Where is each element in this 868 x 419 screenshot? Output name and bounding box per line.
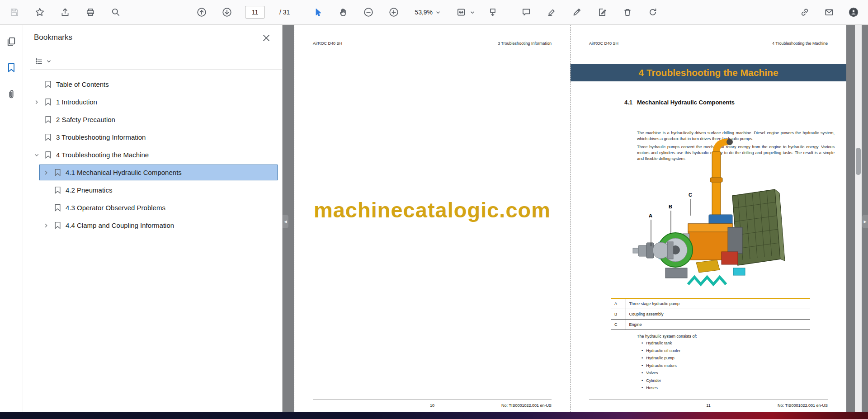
bookmarks-options-button[interactable] bbox=[33, 55, 53, 67]
next-page-button[interactable] bbox=[220, 5, 234, 19]
delete-button[interactable] bbox=[620, 5, 635, 19]
bookmark-item-troubleshooting-the-machine[interactable]: 4 Troubleshooting the Machine bbox=[23, 146, 282, 164]
bookmark-icon bbox=[44, 98, 52, 106]
page-thumbnails-button[interactable] bbox=[1, 32, 21, 52]
triangle-right-icon: ▶ bbox=[863, 220, 866, 224]
bookmarks-panel-title: Bookmarks bbox=[34, 33, 72, 42]
bookmark-item-troubleshooting-information[interactable]: 3 Troubleshooting Information bbox=[23, 128, 282, 146]
engine-diagram: A B C bbox=[620, 138, 819, 296]
previous-page-button[interactable] bbox=[194, 5, 209, 19]
bookmark-item-operator-observed-problems[interactable]: 4.3 Operator Observed Problems bbox=[23, 199, 282, 217]
favorites-button[interactable] bbox=[33, 5, 47, 19]
bookmark-item-pneumatics[interactable]: 4.2 Pneumatics bbox=[23, 181, 282, 199]
arrow-up-circle-icon bbox=[197, 7, 207, 17]
bookmark-icon bbox=[54, 186, 61, 194]
list-intro: The hydraulic system consists of: bbox=[637, 334, 697, 339]
taskbar-edge-strip bbox=[0, 412, 868, 419]
zoom-out-button[interactable] bbox=[361, 5, 376, 19]
collapse-left-panel-handle[interactable]: ◀ bbox=[283, 215, 288, 228]
document-number: No: TIS0001022.001 en-US bbox=[778, 403, 828, 408]
fit-width-icon bbox=[456, 7, 466, 17]
document-pen-icon bbox=[597, 7, 607, 17]
find-button[interactable] bbox=[108, 5, 123, 19]
cursor-icon bbox=[313, 7, 323, 17]
hand-tool-button[interactable] bbox=[336, 5, 350, 19]
bookmark-item-table-of-contents[interactable]: Table of Contents bbox=[23, 75, 282, 93]
expand-chevron[interactable] bbox=[42, 222, 50, 229]
comment-button[interactable] bbox=[519, 5, 533, 19]
diagram-label-b: B bbox=[669, 204, 672, 209]
arrow-down-circle-icon bbox=[222, 7, 232, 17]
vertical-scrollbar[interactable] bbox=[855, 25, 862, 412]
collapse-chevron[interactable] bbox=[33, 151, 40, 159]
section-number: 4.1 bbox=[624, 99, 632, 106]
bookmark-item-clamp-and-coupling-information[interactable]: 4.4 Clamp and Coupling Information bbox=[23, 217, 282, 234]
bookmark-label: Table of Contents bbox=[56, 80, 109, 88]
envelope-icon bbox=[824, 7, 834, 17]
page-number: 10 bbox=[430, 403, 434, 408]
fountain-pen-icon bbox=[572, 7, 582, 17]
page-footer: 11 No: TIS0001022.001 en-US bbox=[589, 400, 828, 412]
save-icon bbox=[9, 7, 19, 17]
bookmark-item-safety-precaution[interactable]: 2 Safety Precaution bbox=[23, 111, 282, 128]
options-list-icon bbox=[35, 57, 43, 66]
bookmark-item-introduction[interactable]: 1 Introduction bbox=[23, 93, 282, 111]
link-icon bbox=[800, 7, 810, 17]
chevron-right-icon bbox=[34, 99, 39, 105]
share-upload-button[interactable] bbox=[58, 5, 72, 19]
chevron-down-icon bbox=[470, 11, 475, 14]
list-item: Cylinder bbox=[642, 378, 680, 383]
page-display-button[interactable] bbox=[486, 5, 500, 19]
scrollbar-thumb[interactable] bbox=[856, 148, 861, 175]
fill-sign-button[interactable] bbox=[595, 5, 609, 19]
table-row: B Coupling assembly bbox=[611, 309, 810, 320]
bookmark-label: 3 Troubleshooting Information bbox=[56, 133, 146, 141]
list-item: Hoses bbox=[642, 386, 680, 390]
bookmark-item-mechanical-hydraulic-components[interactable]: 4.1 Mechanical Hydraulic Components bbox=[23, 164, 282, 181]
account-button[interactable] bbox=[846, 5, 861, 19]
expand-chevron[interactable] bbox=[33, 99, 40, 106]
fit-width-button[interactable] bbox=[454, 5, 468, 19]
chapter-title-banner: 4 Troubleshooting the Machine bbox=[571, 64, 846, 81]
expand-right-panel-handle[interactable]: ▶ bbox=[862, 215, 868, 228]
save-button[interactable] bbox=[7, 5, 22, 19]
zoom-in-button[interactable] bbox=[387, 5, 401, 19]
bookmarks-tree: Table of Contents 1 Introduction 2 Safet… bbox=[23, 75, 282, 234]
legend-value: Coupling assembly bbox=[626, 309, 810, 320]
share-link-button[interactable] bbox=[797, 5, 812, 19]
bookmarks-button[interactable] bbox=[1, 58, 21, 78]
print-button[interactable] bbox=[83, 5, 98, 19]
highlight-button[interactable] bbox=[544, 5, 559, 19]
account-tools-group bbox=[797, 5, 861, 19]
redo-button[interactable] bbox=[646, 5, 660, 19]
document-viewport[interactable]: AirROC D40 SH 3 Troubleshooting Informat… bbox=[283, 25, 868, 412]
bookmarks-panel-close-button[interactable] bbox=[260, 32, 272, 44]
list-item: Valves bbox=[642, 371, 680, 375]
expand-chevron[interactable] bbox=[42, 169, 50, 176]
table-row: A Three stage hydraulic pump bbox=[611, 298, 810, 309]
list-item: Hydraulic oil cooler bbox=[642, 348, 680, 353]
email-button[interactable] bbox=[822, 5, 836, 19]
sign-button[interactable] bbox=[570, 5, 584, 19]
print-icon bbox=[85, 7, 95, 17]
page-footer: 10 No: TIS0001022.001 en-US bbox=[313, 400, 552, 412]
page-count-label: / 31 bbox=[279, 9, 290, 16]
bookmark-icon bbox=[54, 221, 61, 229]
chevron-spacer bbox=[33, 81, 40, 88]
chevron-spacer bbox=[33, 134, 40, 141]
search-icon bbox=[111, 7, 121, 17]
bookmark-icon bbox=[54, 204, 61, 212]
select-tool-button[interactable] bbox=[311, 5, 325, 19]
list-item: Hydraulic pump bbox=[642, 356, 680, 360]
attachments-button[interactable] bbox=[1, 84, 21, 104]
zoom-level-value: 53,9% bbox=[415, 9, 433, 16]
triangle-left-icon: ◀ bbox=[284, 220, 287, 224]
fit-width-control bbox=[454, 5, 475, 19]
panel-divider bbox=[30, 69, 282, 70]
zoom-level-dropdown[interactable]: 53,9% bbox=[412, 7, 443, 18]
page-number-input[interactable] bbox=[245, 6, 265, 19]
chevron-spacer bbox=[42, 187, 50, 194]
chevron-down-icon bbox=[436, 11, 440, 14]
star-icon bbox=[35, 7, 45, 17]
legend-key: A bbox=[611, 298, 626, 309]
